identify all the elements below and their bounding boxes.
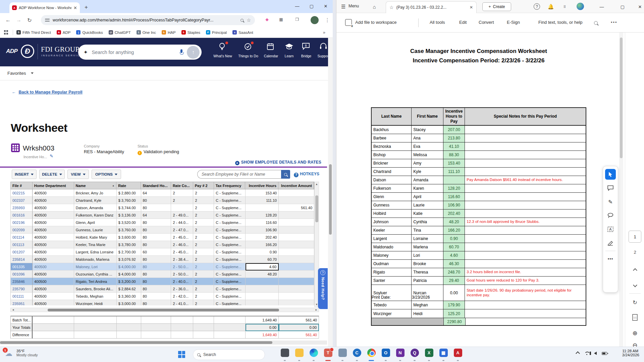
notifications-bell-icon[interactable]: 🔔: [547, 3, 554, 10]
grid-cell[interactable]: $ 3,600.00: [117, 234, 141, 241]
grid-cell[interactable]: 80: [141, 278, 171, 285]
grid-cell[interactable]: 80: [141, 204, 171, 212]
extension-pink-icon[interactable]: ◆: [264, 17, 270, 22]
file-number-cell[interactable]: 001111: [11, 293, 33, 300]
browser-tab[interactable]: A ADP Workforce Now - Workshe ✕: [9, 2, 80, 13]
grid-cell[interactable]: 2 - 46.0...: [171, 241, 193, 248]
home-icon[interactable]: ⌂: [371, 3, 378, 10]
table-row[interactable]: 001335400500Maloney, Lori$ 4,000.00802 -…: [11, 263, 314, 270]
column-header-3[interactable]: Rate: [116, 182, 141, 189]
table-row[interactable]: 235993400500Datson, Amanda$ 3,744.00802C…: [11, 204, 314, 212]
grid-cell[interactable]: $ 2,700.00: [117, 248, 141, 256]
file-number-cell[interactable]: 001114: [11, 234, 33, 241]
grid-cell[interactable]: 80: [141, 263, 171, 270]
grid-cell[interactable]: $ 3,200.00: [117, 278, 141, 285]
grid-cell[interactable]: 400500: [33, 204, 74, 212]
grid-cell[interactable]: 400500: [33, 285, 74, 293]
employee-search-button[interactable]: [281, 170, 290, 179]
taskbar-clock[interactable]: 11:28 AM 3/24/2026: [597, 349, 639, 357]
grid-cell[interactable]: 2: [193, 285, 214, 293]
task-view-icon[interactable]: [280, 349, 289, 361]
grid-cell[interactable]: C - Suppleme...: [214, 212, 246, 219]
grid-cell[interactable]: 2: [193, 219, 214, 226]
grid-cell[interactable]: Keeler, Tina Marie: [74, 241, 117, 248]
column-header-8[interactable]: Incentive Hours: [245, 182, 278, 189]
file-number-cell[interactable]: 235951: [11, 300, 33, 305]
grid-cell[interactable]: 2 - 45.0...: [171, 248, 193, 256]
edit-pencil-icon[interactable]: ✎: [50, 154, 53, 159]
grid-cell[interactable]: [279, 293, 314, 300]
grid-cell[interactable]: [279, 256, 314, 263]
grid-cell[interactable]: [279, 212, 314, 219]
pdf-scrollbar[interactable]: [619, 33, 623, 347]
grid-cell[interactable]: 2 - 50.0...: [171, 270, 193, 278]
grid-cell[interactable]: C - Suppleme...: [214, 234, 246, 241]
grid-cell[interactable]: $ 3,000.00: [117, 300, 141, 305]
column-header-6[interactable]: Pay # 2: [193, 182, 214, 189]
table-row[interactable]: 001111400500Tebedo, Meghan$ 3,360.00802 …: [11, 293, 314, 300]
file-number-cell[interactable]: 235790: [11, 285, 33, 293]
outlook-icon[interactable]: O: [381, 349, 390, 361]
favorites-caret-icon[interactable]: [31, 72, 34, 74]
all-tools-menu[interactable]: All tools: [430, 20, 445, 25]
more-options-icon[interactable]: •••: [611, 20, 618, 25]
grid-cell[interactable]: [279, 285, 314, 293]
back-link-label[interactable]: Back to Manage Regular Payroll: [19, 90, 83, 95]
scrollbar-thumb[interactable]: [48, 309, 279, 311]
grid-cell[interactable]: [279, 248, 314, 256]
grid-cell[interactable]: 400500: [33, 293, 74, 300]
table-row[interactable]: 002099400500Gunness, Laurie$ 3,760.00802…: [11, 226, 314, 234]
grid-cell[interactable]: 400500: [33, 219, 74, 226]
teams-icon[interactable]: T: [324, 349, 332, 361]
grid-cell[interactable]: 202.40: [246, 234, 279, 241]
maximize-button[interactable]: ▢: [305, 0, 319, 12]
grid-cell[interactable]: 64: [141, 212, 171, 219]
create-button[interactable]: +Create: [482, 2, 511, 11]
grid-cell[interactable]: 80: [141, 270, 171, 278]
grid-cell[interactable]: [279, 189, 314, 197]
column-header-2[interactable]: Name▲: [74, 182, 117, 189]
concur-icon[interactable]: C: [353, 349, 361, 361]
grid-cell[interactable]: Brickner, Amy Jo: [74, 189, 117, 197]
hotkeys-link[interactable]: ?HOTKEYS: [294, 172, 319, 177]
grid-cell[interactable]: 2: [193, 234, 214, 241]
profile-avatar[interactable]: [311, 16, 319, 24]
grid-cell[interactable]: Saunders, Brooke Ali...: [74, 285, 117, 293]
grid-cell[interactable]: 166.20: [246, 241, 279, 248]
grid-cell[interactable]: C - Suppleme...: [214, 189, 246, 197]
grid-cell[interactable]: $ 2,880.00: [117, 189, 141, 197]
rotate-page-icon[interactable]: ↻: [625, 299, 644, 306]
comment-tool-icon[interactable]: [605, 183, 616, 193]
show-employee-details-link[interactable]: +SHOW EMPLOYEE DETAILS AND RATES: [235, 160, 321, 165]
need-help-tab[interactable]: ? Need Help?: [318, 268, 328, 309]
grid-cell[interactable]: Gunness, Laurie: [74, 226, 117, 234]
table-row[interactable]: 001114400500Holbird, Katie Mary$ 3,600.0…: [11, 234, 314, 241]
grid-cell[interactable]: [246, 285, 279, 293]
grid-cell[interactable]: 400500: [33, 270, 74, 278]
column-header-9[interactable]: Incentive Amount: [278, 182, 314, 189]
grid-cell[interactable]: 80: [141, 234, 171, 241]
table-row[interactable]: 235790400500Saunders, Brooke Ali...$ 2,8…: [11, 285, 314, 293]
grid-cell[interactable]: 80: [141, 197, 171, 204]
view-button[interactable]: VIEW: [67, 170, 89, 179]
new-tab-button[interactable]: +: [85, 4, 88, 11]
account-avatar[interactable]: [577, 3, 584, 10]
bookmark-principal[interactable]: PPrincipal: [206, 30, 227, 35]
show-details-label[interactable]: SHOW EMPLOYEE DETAILS AND RATES: [241, 160, 321, 165]
tab-close-icon[interactable]: ✕: [73, 5, 77, 10]
quickbooks-icon[interactable]: Q: [410, 349, 419, 361]
grid-cell[interactable]: Rigato, Teri Andrea: [74, 278, 117, 285]
column-header-5[interactable]: Rate Co...: [171, 182, 193, 189]
grid-cell[interactable]: [246, 293, 279, 300]
grid-cell[interactable]: $ 3,076.92: [117, 256, 141, 263]
previous-page-icon[interactable]: [625, 267, 644, 273]
grid-cell[interactable]: Datson, Amanda: [74, 204, 117, 212]
grid-cell[interactable]: 400500: [33, 263, 74, 270]
site-settings-icon[interactable]: [45, 18, 50, 22]
grid-cell[interactable]: [279, 270, 314, 278]
adp-nav-things-to-do[interactable]: Things to Do: [236, 43, 260, 58]
table-row[interactable]: 001096400500Ouzounian, Cynthia ...$ 4,00…: [11, 270, 314, 278]
grid-cell[interactable]: 400500: [33, 241, 74, 248]
grid-cell[interactable]: C - Suppleme...: [214, 300, 246, 305]
employee-search-field[interactable]: [197, 170, 281, 179]
